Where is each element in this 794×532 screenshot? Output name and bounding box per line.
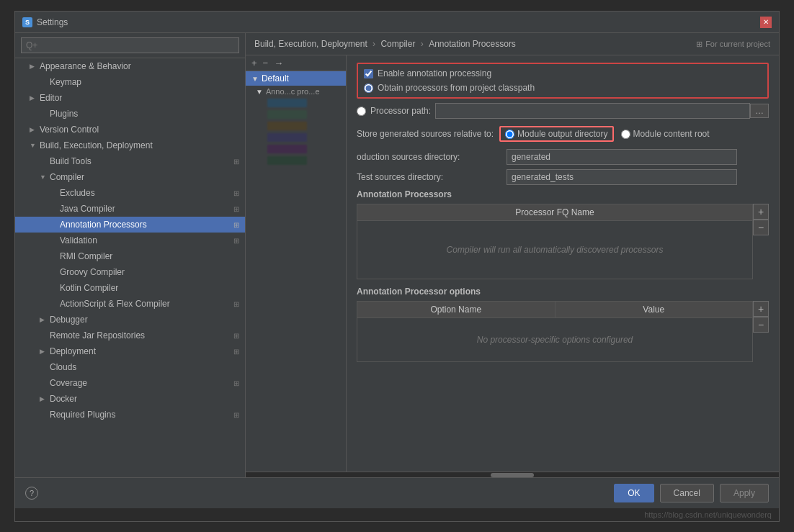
profile-child-img-2 bbox=[267, 110, 307, 119]
content-panel: Build, Execution, Deployment › Compiler … bbox=[246, 33, 779, 477]
module-output-radio[interactable] bbox=[505, 130, 514, 139]
processor-path-radio[interactable] bbox=[357, 107, 366, 116]
profile-arrow-default: ▼ bbox=[251, 75, 259, 83]
sidebar-item-docker[interactable]: ▶ Docker bbox=[15, 391, 245, 407]
search-input[interactable] bbox=[21, 37, 239, 53]
sidebar-item-label-appearance: Appearance & Behavior bbox=[40, 61, 239, 71]
sidebar-item-actionscript[interactable]: ActionScript & Flex Compiler ⊞ bbox=[15, 296, 245, 312]
remove-profile-button[interactable]: − bbox=[262, 58, 270, 68]
sidebar-item-required-plugins[interactable]: Required Plugins ⊞ bbox=[15, 407, 245, 423]
sidebar-item-version-control[interactable]: ▶ Version Control bbox=[15, 122, 245, 137]
sidebar-item-compiler[interactable]: ▼ Compiler bbox=[15, 169, 245, 185]
sidebar-item-remote-jar[interactable]: Remote Jar Repositories ⊞ bbox=[15, 328, 245, 343]
collapse-arrow-deployment: ▶ bbox=[40, 348, 50, 355]
test-sources-row: Test sources directory: bbox=[357, 169, 769, 185]
sidebar-item-excludes[interactable]: Excludes ⊞ bbox=[15, 185, 245, 201]
obtain-processors-row: Obtain processors from project classpath bbox=[364, 83, 762, 93]
breadcrumb-part-1: Build, Execution, Deployment bbox=[254, 39, 367, 49]
sidebar-item-groovy-compiler[interactable]: Groovy Compiler bbox=[15, 264, 245, 280]
sidebar: ▶ Appearance & Behavior Keymap ▶ Editor … bbox=[15, 33, 246, 477]
sidebar-item-label-annotation: Annotation Processors bbox=[60, 220, 233, 230]
module-content-label: Module content root bbox=[633, 129, 710, 139]
store-radio-group: Module output directory Module content r… bbox=[499, 126, 709, 142]
ok-button[interactable]: OK bbox=[614, 484, 654, 502]
add-processor-button[interactable]: + bbox=[753, 204, 769, 220]
scrollbar[interactable] bbox=[246, 472, 779, 477]
actionscript-icon: ⊞ bbox=[233, 300, 239, 308]
test-sources-input[interactable] bbox=[507, 169, 737, 185]
sidebar-item-label-java-compiler: Java Compiler bbox=[60, 204, 233, 214]
obtain-processors-radio[interactable] bbox=[364, 84, 373, 93]
collapse-arrow-docker: ▶ bbox=[40, 395, 50, 402]
cancel-button[interactable]: Cancel bbox=[660, 484, 714, 502]
scrollbar-thumb[interactable] bbox=[491, 473, 534, 477]
help-button[interactable]: ? bbox=[25, 487, 38, 500]
java-compiler-icon: ⊞ bbox=[233, 205, 239, 213]
sidebar-item-plugins[interactable]: Plugins bbox=[15, 106, 245, 122]
sidebar-item-rmi-compiler[interactable]: RMI Compiler bbox=[15, 248, 245, 264]
nav-profile-button[interactable]: → bbox=[272, 58, 285, 68]
sidebar-item-validation[interactable]: Validation ⊞ bbox=[15, 233, 245, 248]
browse-button[interactable]: … bbox=[750, 104, 769, 118]
enable-annotation-label: Enable annotation processing bbox=[378, 68, 491, 78]
enable-annotation-checkbox[interactable] bbox=[364, 69, 373, 78]
module-content-radio[interactable] bbox=[621, 130, 630, 139]
sidebar-item-label-coverage: Coverage bbox=[50, 378, 233, 388]
sidebar-item-label-validation: Validation bbox=[60, 235, 233, 245]
breadcrumb: Build, Execution, Deployment › Compiler … bbox=[254, 39, 516, 49]
sidebar-item-label-plugins: Plugins bbox=[50, 109, 239, 119]
options-table-with-btns: Option Name Value No processor-specific … bbox=[357, 301, 769, 362]
production-sources-label: oduction sources directory: bbox=[357, 152, 501, 162]
sidebar-item-label-compiler: Compiler bbox=[50, 172, 239, 182]
footer-right: OK Cancel Apply bbox=[614, 484, 769, 502]
remove-processor-button[interactable]: − bbox=[753, 220, 769, 235]
sidebar-item-editor[interactable]: ▶ Editor bbox=[15, 90, 245, 106]
profile-child-4[interactable] bbox=[263, 132, 346, 143]
sidebar-item-label-clouds: Clouds bbox=[50, 362, 239, 372]
breadcrumb-bar: Build, Execution, Deployment › Compiler … bbox=[246, 33, 779, 55]
test-sources-label: Test sources directory: bbox=[357, 172, 501, 182]
annotation-processors-table: Processor FQ Name Compiler will run all … bbox=[357, 204, 753, 279]
profile-child-1[interactable] bbox=[263, 97, 346, 109]
sidebar-item-build-execution[interactable]: ▼ Build, Execution, Deployment bbox=[15, 137, 245, 153]
sidebar-item-deployment[interactable]: ▶ Deployment ⊞ bbox=[15, 343, 245, 359]
breadcrumb-sep-2: › bbox=[421, 39, 426, 49]
processor-path-input[interactable] bbox=[435, 103, 750, 119]
remove-option-button[interactable]: − bbox=[753, 317, 769, 333]
processor-path-input-wrapper: … bbox=[435, 103, 769, 119]
excludes-icon: ⊞ bbox=[233, 189, 239, 197]
processor-fq-col: Processor FQ Name bbox=[363, 207, 746, 217]
sidebar-item-debugger[interactable]: ▶ Debugger bbox=[15, 312, 245, 328]
production-sources-input[interactable] bbox=[507, 149, 737, 165]
sidebar-item-keymap[interactable]: Keymap bbox=[15, 74, 245, 90]
close-button[interactable]: ✕ bbox=[760, 17, 772, 28]
profile-item-default[interactable]: ▼ Default bbox=[246, 71, 346, 86]
footer-left: ? bbox=[25, 487, 38, 500]
remote-jar-icon: ⊞ bbox=[233, 332, 239, 340]
sidebar-item-coverage[interactable]: Coverage ⊞ bbox=[15, 375, 245, 391]
sidebar-item-label-remote-jar: Remote Jar Repositories bbox=[50, 330, 233, 341]
sidebar-item-label-build-tools: Build Tools bbox=[50, 156, 233, 166]
add-profile-button[interactable]: + bbox=[250, 58, 259, 68]
profile-item-anno[interactable]: ▼ Anno...c pro...e bbox=[256, 86, 346, 97]
title-bar: S Settings ✕ bbox=[15, 12, 779, 33]
coverage-icon: ⊞ bbox=[233, 379, 239, 387]
sidebar-item-java-compiler[interactable]: Java Compiler ⊞ bbox=[15, 201, 245, 217]
profile-child-3[interactable] bbox=[263, 120, 346, 132]
sidebar-item-kotlin-compiler[interactable]: Kotlin Compiler bbox=[15, 280, 245, 296]
sidebar-item-clouds[interactable]: Clouds bbox=[15, 359, 245, 375]
collapse-arrow-appearance: ▶ bbox=[30, 63, 40, 70]
module-output-radio-item: Module output directory bbox=[505, 129, 607, 139]
apply-button[interactable]: Apply bbox=[720, 484, 769, 502]
sidebar-item-build-tools[interactable]: Build Tools ⊞ bbox=[15, 153, 245, 169]
profile-child-6[interactable] bbox=[263, 155, 346, 166]
annotation-processors-table-body: Compiler will run all automatically disc… bbox=[357, 221, 752, 279]
add-option-button[interactable]: + bbox=[753, 301, 769, 317]
sidebar-item-label-docker: Docker bbox=[50, 394, 239, 404]
profile-child-5[interactable] bbox=[263, 143, 346, 155]
sidebar-item-appearance[interactable]: ▶ Appearance & Behavior bbox=[15, 58, 245, 74]
profile-child-2[interactable] bbox=[263, 109, 346, 120]
build-tools-icon: ⊞ bbox=[233, 158, 239, 166]
sidebar-item-annotation-processors[interactable]: Annotation Processors ⊞ bbox=[15, 217, 245, 233]
profile-child-img-6 bbox=[267, 156, 307, 165]
